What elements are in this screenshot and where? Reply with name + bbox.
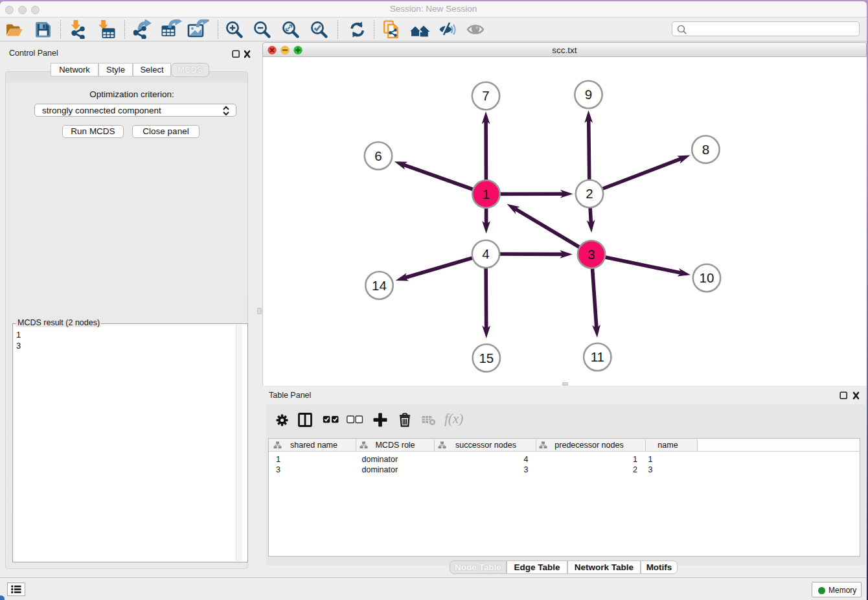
svg-text:4: 4 [482, 246, 489, 261]
svg-text:10: 10 [700, 270, 714, 285]
svg-text:9: 9 [585, 87, 592, 102]
svg-text:1: 1 [483, 187, 490, 202]
svg-text:11: 11 [591, 349, 604, 364]
svg-text:6: 6 [374, 148, 382, 163]
svg-text:14: 14 [372, 278, 387, 293]
svg-text:15: 15 [479, 351, 494, 365]
svg-text:7: 7 [482, 88, 489, 103]
svg-text:3: 3 [588, 247, 595, 262]
svg-text:8: 8 [702, 142, 709, 157]
svg-text:2: 2 [586, 186, 593, 201]
